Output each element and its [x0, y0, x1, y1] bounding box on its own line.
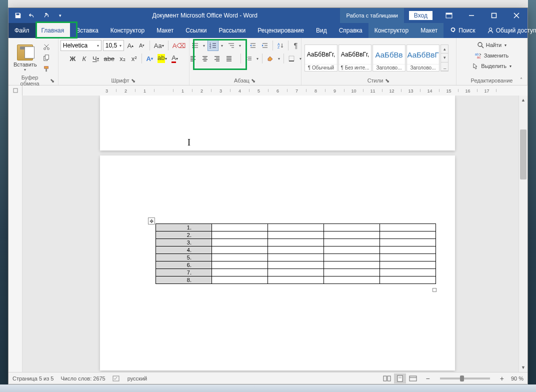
cut-button[interactable]	[41, 42, 52, 52]
styles-dialog-launcher[interactable]: ⬊	[384, 78, 390, 84]
sort-button[interactable]: AZ	[275, 40, 286, 51]
table-row[interactable]: 7.	[156, 269, 436, 276]
text-effects-button[interactable]: A▾	[144, 53, 154, 64]
align-center-button[interactable]	[200, 53, 210, 64]
tab-insert[interactable]: Вставка	[70, 23, 104, 38]
justify-button[interactable]	[224, 53, 234, 64]
bullets-dropdown[interactable]: ▾	[202, 44, 206, 48]
zoom-in-button[interactable]: +	[500, 374, 504, 382]
align-right-button[interactable]	[212, 53, 222, 64]
font-dialog-launcher[interactable]: ⬊	[130, 78, 136, 84]
minimize-button[interactable]	[460, 8, 482, 23]
scroll-down-button[interactable]: ▼	[519, 363, 528, 372]
borders-button[interactable]	[286, 53, 297, 64]
table-row[interactable]: 1.	[156, 224, 436, 232]
zoom-slider[interactable]	[440, 378, 490, 380]
table-row[interactable]: 4.	[156, 246, 436, 254]
paste-button[interactable]: Вставить ▾	[12, 44, 39, 73]
shrink-font-button[interactable]: A▾	[137, 40, 147, 51]
redo-button[interactable]	[40, 9, 52, 22]
table-row[interactable]: 5.	[156, 254, 436, 262]
table-row[interactable]: 8.	[156, 276, 436, 284]
line-spacing-button[interactable]	[243, 53, 254, 64]
zoom-out-button[interactable]: −	[426, 374, 430, 382]
decrease-indent-button[interactable]	[248, 40, 258, 51]
paragraph-dialog-launcher[interactable]: ⬊	[250, 78, 256, 84]
bullets-button[interactable]	[190, 40, 200, 51]
tab-design[interactable]: Конструктор	[104, 23, 150, 38]
undo-button[interactable]	[26, 9, 38, 22]
read-mode-button[interactable]	[381, 374, 393, 384]
font-color-button[interactable]: A▾	[170, 53, 180, 64]
table-row[interactable]: 6.	[156, 262, 436, 269]
numbering-button[interactable]: 123	[208, 40, 218, 51]
font-size-combo[interactable]: 10,5▾	[103, 40, 124, 51]
shading-dropdown[interactable]: ▾	[276, 56, 282, 61]
change-case-button[interactable]: Aa▾	[152, 40, 166, 51]
word-count[interactable]: Число слов: 2675	[60, 376, 105, 382]
show-marks-button[interactable]: ¶	[290, 40, 302, 51]
tab-home[interactable]: Главная	[36, 23, 70, 38]
replace-button[interactable]: abacЗаменить	[473, 50, 510, 60]
maximize-button[interactable]	[482, 8, 505, 23]
document-table[interactable]: 1.2.3.4.5.6.7.8.	[156, 224, 436, 284]
tab-layout[interactable]: Макет	[150, 23, 180, 38]
superscript-button[interactable]: x²	[129, 53, 139, 64]
style-card-0[interactable]: АаБбВвГг,¶ Обычный	[304, 44, 338, 72]
vertical-ruler[interactable]	[8, 96, 22, 372]
close-button[interactable]	[505, 8, 528, 23]
numbering-dropdown[interactable]: ▾	[220, 44, 224, 48]
document-viewport[interactable]: ✥ 1.2.3.4.5.6.7.8.	[22, 96, 518, 372]
underline-button[interactable]: Ч▾	[90, 53, 100, 64]
find-button[interactable]: Найти▾	[475, 40, 508, 50]
save-button[interactable]	[12, 9, 24, 22]
style-card-1[interactable]: АаБбВвГг,¶ Без инте...	[338, 44, 372, 72]
tab-table-layout[interactable]: Макет	[414, 23, 444, 38]
select-button[interactable]: Выделить▾	[470, 61, 514, 71]
table-move-handle[interactable]: ✥	[148, 218, 155, 224]
ruler-corner[interactable]	[8, 86, 22, 96]
copy-button[interactable]	[41, 53, 52, 63]
highlight-button[interactable]: ab▾	[156, 53, 168, 64]
page-indicator[interactable]: Страница 5 из 5	[12, 376, 54, 382]
web-layout-button[interactable]	[407, 374, 419, 384]
tab-references[interactable]: Ссылки	[180, 23, 212, 38]
vertical-scrollbar[interactable]: ▲ ▼	[518, 96, 528, 372]
tab-mailings[interactable]: Рассылки	[212, 23, 252, 38]
horizontal-ruler[interactable]	[8, 86, 528, 96]
increase-indent-button[interactable]	[260, 40, 270, 51]
table-row[interactable]: 2.	[156, 232, 436, 239]
share-button[interactable]: Общий доступ	[481, 23, 536, 38]
multilevel-dropdown[interactable]: ▾	[238, 44, 242, 48]
tab-help[interactable]: Справка	[333, 23, 368, 38]
style-card-2[interactable]: АаБбВвЗаголово...	[372, 44, 406, 72]
table-row[interactable]: 3.	[156, 239, 436, 246]
language-indicator[interactable]: русский	[128, 376, 147, 382]
print-layout-button[interactable]	[394, 374, 406, 384]
font-family-combo[interactable]: Helvetica▾	[60, 40, 102, 51]
clipboard-dialog-launcher[interactable]: ⬊	[49, 78, 55, 84]
tab-table-design[interactable]: Конструктор	[368, 23, 414, 38]
table-resize-handle[interactable]	[432, 288, 436, 292]
collapse-ribbon-button[interactable]: ˄	[516, 77, 526, 84]
tab-file[interactable]: Файл	[8, 23, 36, 38]
tab-view[interactable]: Вид	[310, 23, 333, 38]
styles-more[interactable]: ▴▾⎯	[440, 44, 448, 72]
zoom-level[interactable]: 90 %	[511, 376, 524, 382]
style-card-3[interactable]: АаБбВвГЗаголово...	[406, 44, 440, 72]
subscript-button[interactable]: x₂	[118, 53, 128, 64]
grow-font-button[interactable]: A▴	[126, 40, 136, 51]
line-spacing-dropdown[interactable]: ▾	[255, 56, 260, 61]
scroll-up-button[interactable]: ▲	[519, 96, 528, 104]
multilevel-list-button[interactable]	[226, 40, 236, 51]
format-painter-button[interactable]	[41, 64, 52, 74]
qat-customize[interactable]: ▾	[54, 9, 66, 22]
strikethrough-button[interactable]: abe	[102, 53, 116, 64]
tell-me-search[interactable]: Поиск	[444, 23, 481, 38]
tab-review[interactable]: Рецензирование	[252, 23, 310, 38]
login-button[interactable]: Вход	[409, 11, 432, 20]
bold-button[interactable]: Ж	[68, 53, 78, 64]
align-left-button[interactable]	[188, 53, 198, 64]
ribbon-display-options[interactable]	[438, 8, 460, 23]
italic-button[interactable]: К	[79, 53, 89, 64]
